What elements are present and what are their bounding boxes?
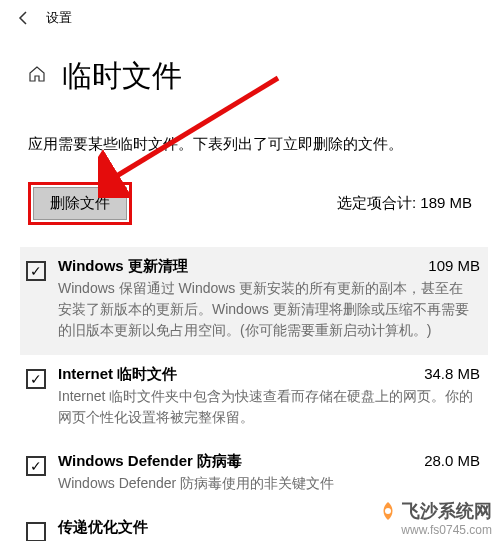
list-item[interactable]: ✓Internet 临时文件34.8 MBInternet 临时文件夹中包含为快…	[20, 355, 488, 442]
item-body: Windows Defender 防病毒28.0 MBWindows Defen…	[58, 452, 480, 494]
temp-files-list: ✓Windows 更新清理109 MBWindows 保留通过 Windows …	[0, 247, 500, 542]
delete-highlight: 删除文件	[28, 182, 132, 225]
item-size: 34.8 MB	[424, 365, 480, 382]
item-body: Windows 更新清理109 MBWindows 保留通过 Windows 更…	[58, 257, 480, 341]
list-item[interactable]: ✓Windows 更新清理109 MBWindows 保留通过 Windows …	[20, 247, 488, 355]
item-title: Windows Defender 防病毒	[58, 452, 242, 471]
item-description: Windows 保留通过 Windows 更新安装的所有更新的副本，甚至在安装了…	[58, 278, 480, 341]
item-header: Windows Defender 防病毒28.0 MB	[58, 452, 480, 471]
page-header: 临时文件	[0, 36, 500, 105]
checkbox[interactable]: ✓	[26, 369, 46, 389]
item-header: Internet 临时文件34.8 MB	[58, 365, 480, 384]
action-row: 删除文件 选定项合计: 189 MB	[0, 156, 500, 237]
item-title: Internet 临时文件	[58, 365, 177, 384]
page-title: 临时文件	[62, 56, 182, 97]
watermark-logo-icon	[378, 501, 398, 521]
item-body: Internet 临时文件34.8 MBInternet 临时文件夹中包含为快速…	[58, 365, 480, 428]
back-button[interactable]	[8, 2, 40, 34]
delete-files-button[interactable]: 删除文件	[33, 187, 127, 220]
list-item[interactable]: ✓Windows Defender 防病毒28.0 MBWindows Defe…	[20, 442, 488, 508]
watermark: 飞沙系统网 www.fs0745.com	[378, 499, 492, 537]
item-description: Internet 临时文件夹中包含为快速查看而存储在硬盘上的网页。你的网页个性化…	[58, 386, 480, 428]
item-size: 28.0 MB	[424, 452, 480, 469]
item-title: Windows 更新清理	[58, 257, 188, 276]
watermark-url: www.fs0745.com	[378, 523, 492, 537]
svg-point-1	[385, 508, 391, 514]
checkbox[interactable]	[26, 522, 46, 542]
page-description: 应用需要某些临时文件。下表列出了可立即删除的文件。	[0, 105, 500, 156]
settings-label: 设置	[46, 9, 72, 27]
item-description: Windows Defender 防病毒使用的非关键文件	[58, 473, 480, 494]
total-selected-label: 选定项合计: 189 MB	[337, 194, 472, 213]
arrow-left-icon	[16, 10, 32, 26]
title-bar: 设置	[0, 0, 500, 36]
item-header: Windows 更新清理109 MB	[58, 257, 480, 276]
home-icon[interactable]	[28, 65, 46, 88]
checkbox[interactable]: ✓	[26, 261, 46, 281]
item-title: 传递优化文件	[58, 518, 148, 537]
watermark-title: 飞沙系统网	[402, 499, 492, 523]
item-size: 109 MB	[428, 257, 480, 274]
checkbox[interactable]: ✓	[26, 456, 46, 476]
